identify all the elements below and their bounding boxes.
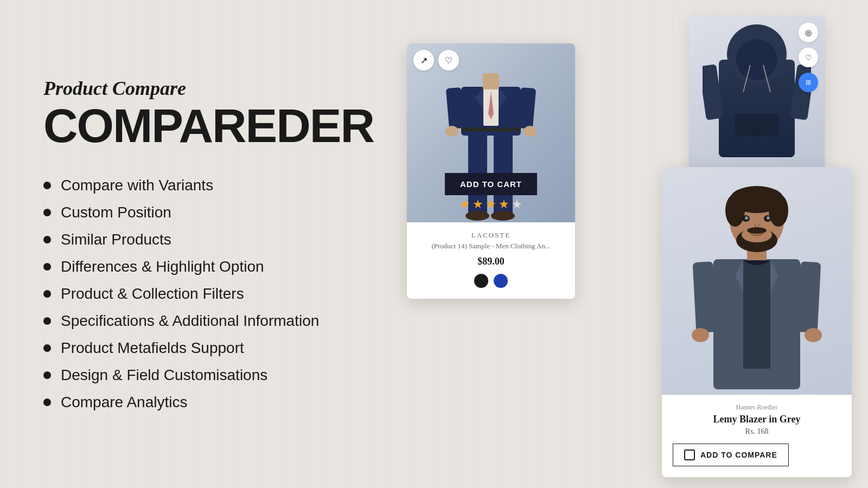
svg-point-2 bbox=[465, 211, 489, 221]
blazer-name-label: Lemy Blazer in Grey bbox=[673, 414, 841, 425]
heart-icon: ♡ bbox=[805, 53, 812, 62]
app-title: COMPAREDER bbox=[43, 102, 342, 150]
product-image-lacoste: ↗ ♡ ADD TO CART ★ ★ ★ ★ ★ bbox=[407, 43, 575, 222]
checkbox-icon bbox=[684, 450, 695, 460]
brand-label: LACOSTE bbox=[416, 231, 566, 240]
bullet-icon bbox=[43, 290, 51, 298]
svg-point-13 bbox=[445, 126, 458, 137]
product-image-hoodie: ◎ ♡ ⊞ bbox=[689, 16, 825, 168]
swatch-black[interactable] bbox=[474, 274, 488, 288]
svg-rect-15 bbox=[483, 73, 499, 89]
app-subtitle: Product Compare bbox=[43, 77, 342, 100]
blazer-price-label: Rs. 168 bbox=[673, 427, 841, 436]
list-item: Specifications & Additional Information bbox=[43, 312, 342, 330]
side-icons-hoodie: ◎ ♡ ⊞ bbox=[799, 23, 818, 92]
price-label: $89.00 bbox=[416, 256, 566, 267]
svg-point-14 bbox=[524, 126, 537, 137]
product-card-blazer: Hannes Roether Lemy Blazer in Grey Rs. 1… bbox=[662, 167, 852, 477]
svg-point-36 bbox=[692, 328, 709, 342]
svg-rect-35 bbox=[797, 261, 821, 333]
color-swatches bbox=[416, 274, 566, 288]
eye-icon-btn[interactable]: ◎ bbox=[799, 23, 818, 42]
list-item: Custom Position bbox=[43, 204, 342, 221]
svg-point-46 bbox=[767, 216, 770, 220]
blazer-figure-illustration bbox=[681, 167, 833, 395]
product-card-lacoste: ↗ ♡ ADD TO CART ★ ★ ★ ★ ★ LACOSTE (Produ… bbox=[407, 43, 575, 299]
bullet-icon bbox=[43, 182, 51, 189]
wishlist-icon-btn[interactable]: ♡ bbox=[438, 50, 459, 70]
card-info-lacoste: LACOSTE (Product 14) Sample - Men Clothi… bbox=[407, 222, 575, 299]
features-list: Compare with Variants Custom Position Si… bbox=[43, 177, 342, 411]
compare-active-icon-btn[interactable]: ⊞ bbox=[799, 73, 818, 92]
eye-icon: ◎ bbox=[805, 28, 812, 37]
add-to-cart-button[interactable]: ADD TO CART bbox=[445, 173, 537, 195]
svg-rect-29 bbox=[743, 260, 770, 369]
add-to-compare-button[interactable]: ADD TO COMPARE bbox=[673, 444, 789, 466]
bullet-icon bbox=[43, 236, 51, 243]
bullet-icon bbox=[43, 399, 51, 406]
add-to-compare-label: ADD TO COMPARE bbox=[700, 451, 777, 459]
bullet-icon bbox=[43, 209, 51, 216]
rating-stars: ★ ★ ★ ★ ★ bbox=[459, 197, 522, 211]
bullet-icon bbox=[43, 263, 51, 271]
blazer-brand-label: Hannes Roether bbox=[673, 403, 841, 412]
list-item: Compare with Variants bbox=[43, 177, 342, 194]
heart-icon: ♡ bbox=[445, 55, 452, 66]
list-item: Product & Collection Filters bbox=[43, 285, 342, 303]
right-panel: ↗ ♡ ADD TO CART ★ ★ ★ ★ ★ LACOSTE (Produ… bbox=[380, 0, 868, 488]
list-item: Compare Analytics bbox=[43, 394, 342, 411]
hoodie-illustration bbox=[703, 22, 811, 163]
list-item: Design & Field Customisations bbox=[43, 367, 342, 384]
left-panel: Product Compare COMPAREDER Compare with … bbox=[0, 0, 380, 488]
svg-point-49 bbox=[747, 227, 767, 234]
list-item: Differences & Highlight Option bbox=[43, 258, 342, 275]
swatch-blue[interactable] bbox=[494, 274, 508, 288]
svg-point-3 bbox=[491, 211, 515, 221]
bullet-icon bbox=[43, 317, 51, 325]
bullet-icon bbox=[43, 344, 51, 352]
bullet-icon bbox=[43, 371, 51, 379]
compare-active-icon: ⊞ bbox=[806, 79, 811, 87]
svg-rect-16 bbox=[461, 127, 521, 132]
svg-rect-34 bbox=[693, 261, 717, 333]
svg-point-19 bbox=[736, 39, 777, 80]
svg-rect-22 bbox=[735, 114, 778, 136]
card-info-blazer: Hannes Roether Lemy Blazer in Grey Rs. 1… bbox=[662, 395, 852, 477]
svg-point-37 bbox=[805, 328, 822, 342]
compare-icon-btn[interactable]: ↗ bbox=[413, 50, 434, 70]
svg-point-42 bbox=[769, 194, 788, 227]
compare-icon: ↗ bbox=[420, 55, 427, 66]
list-item: Similar Products bbox=[43, 231, 342, 248]
heart-icon-btn[interactable]: ♡ bbox=[799, 48, 818, 67]
svg-point-41 bbox=[725, 194, 745, 227]
svg-point-45 bbox=[745, 216, 748, 220]
product-image-blazer bbox=[662, 167, 852, 395]
list-item: Product Metafields Support bbox=[43, 339, 342, 357]
action-icons-lacoste: ↗ ♡ bbox=[413, 50, 459, 70]
product-name-label: (Product 14) Sample - Men Clothing An... bbox=[416, 242, 566, 251]
